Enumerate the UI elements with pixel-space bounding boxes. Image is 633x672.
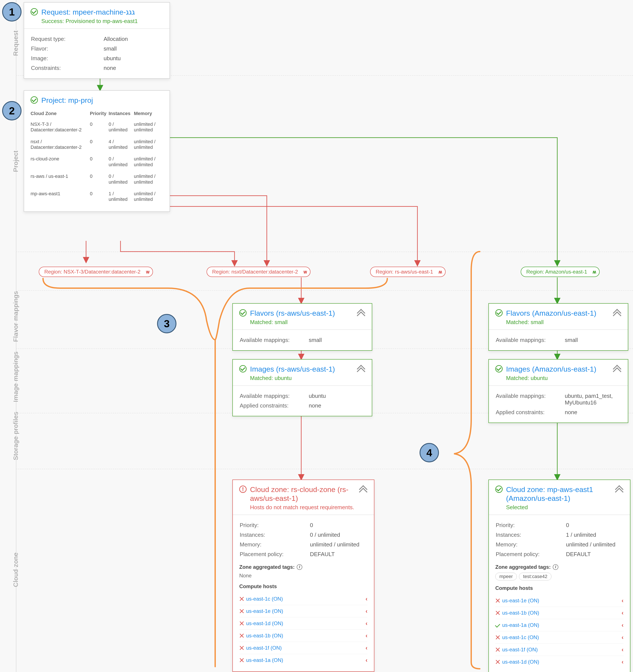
chevron-left-icon[interactable]: ‹ xyxy=(366,620,368,627)
table-row: nsxt / Datacenter:datacenter-204 / unlim… xyxy=(30,137,163,154)
flavors-left-title: Flavors (rs-aws/us-east-1) xyxy=(250,309,357,318)
host-name: us-east-1d (ON) xyxy=(246,620,283,626)
x-icon xyxy=(495,647,500,652)
compute-host-row[interactable]: us-east-1d (ON)‹ xyxy=(495,656,624,668)
label: Request type: xyxy=(31,34,103,44)
table-row: rs-aws / us-east-100 / unlimitedunlimite… xyxy=(30,171,163,189)
chevron-left-icon[interactable]: ‹ xyxy=(622,658,624,665)
error-icon xyxy=(239,485,247,493)
cz-right-sub: Selected xyxy=(506,504,615,511)
host-name: us-east-1a (ON) xyxy=(246,657,283,663)
compute-host-row[interactable]: us-east-1c (ON)‹ xyxy=(239,593,368,605)
x-icon xyxy=(239,621,244,626)
region-label: Region: rs-aws/us-east-1 xyxy=(376,269,433,274)
images-left-title: Images (rs-aws/us-east-1) xyxy=(250,365,357,374)
flavors-right-matched: Matched: small xyxy=(506,319,613,326)
chevron-left-icon[interactable]: ‹ xyxy=(622,646,624,653)
label: Memory: xyxy=(240,540,310,549)
chevron-left-icon[interactable]: ‹ xyxy=(366,645,368,651)
images-left-card: Images (rs-aws/us-east-1) Matched: ubunt… xyxy=(232,359,372,416)
success-icon xyxy=(495,309,502,316)
chevron-left-icon[interactable]: ‹ xyxy=(366,657,368,664)
compute-host-row[interactable]: us-east-1b (ON)‹ xyxy=(495,607,624,619)
host-name: us-east-1e (ON) xyxy=(246,608,283,614)
success-icon xyxy=(239,309,247,316)
chevron-left-icon[interactable]: ‹ xyxy=(366,596,368,602)
value: unlimited / unlimited xyxy=(310,540,367,549)
cz-right-title: Cloud zone: mp-aws-east1 (Amazon/us-east… xyxy=(506,485,615,503)
chevron-down-icon xyxy=(303,269,306,275)
chevron-left-icon[interactable]: ‹ xyxy=(622,609,624,616)
collapse-icon[interactable] xyxy=(613,365,622,373)
compute-host-row[interactable]: us-east-1d (ON)‹ xyxy=(239,617,368,629)
success-icon xyxy=(239,365,247,373)
label: Available mappings: xyxy=(240,335,308,345)
flavors-left-card: Flavors (rs-aws/us-east-1) Matched: smal… xyxy=(232,303,372,351)
label: Instances: xyxy=(240,530,310,539)
label: Applied constraints: xyxy=(496,408,564,417)
x-icon xyxy=(239,597,244,601)
region-pill-2[interactable]: Region: nsxt/Datacenter:datacenter-2 xyxy=(207,267,310,277)
chevron-up-icon xyxy=(438,269,441,275)
region-pill-3[interactable]: Region: rs-aws/us-east-1 xyxy=(370,267,446,277)
host-name: us-east-1f (ON) xyxy=(246,645,282,651)
info-icon[interactable]: i xyxy=(553,564,558,570)
collapse-icon[interactable] xyxy=(359,485,368,494)
value: 0 xyxy=(310,521,367,530)
flavors-right-title: Flavors (Amazon/us-east-1) xyxy=(506,309,613,318)
value: none xyxy=(565,408,621,417)
cloudzone-right-card: Cloud zone: mp-aws-east1 (Amazon/us-east… xyxy=(488,480,630,672)
label: Memory: xyxy=(496,540,566,549)
compute-host-row[interactable]: us-east-1e (ON)‹ xyxy=(495,595,624,607)
callout-2: 2 xyxy=(2,101,22,120)
request-title: Request: mpeer-machine-גגג xyxy=(41,8,163,17)
chevron-left-icon[interactable]: ‹ xyxy=(366,632,368,639)
x-icon xyxy=(495,659,500,664)
collapse-icon[interactable] xyxy=(357,365,365,373)
chevron-left-icon[interactable]: ‹ xyxy=(366,608,368,615)
value: small xyxy=(309,335,365,345)
label: Instances: xyxy=(496,530,566,539)
collapse-icon[interactable] xyxy=(615,485,624,494)
tags-none: None xyxy=(239,573,368,579)
compute-host-row[interactable]: us-east-1c (ON)‹ xyxy=(495,631,624,643)
label: Placement policy: xyxy=(496,550,566,559)
compute-host-row[interactable]: us-east-1a (ON)‹ xyxy=(495,619,624,631)
chevron-left-icon[interactable]: ‹ xyxy=(622,622,624,628)
value: Allocation xyxy=(104,34,163,44)
value: small xyxy=(565,335,621,345)
compute-host-row[interactable]: us-east-1b (ON)‹ xyxy=(239,629,368,642)
value: 1 / unlimited xyxy=(566,530,623,539)
compute-host-row[interactable]: us-east-1e (ON)‹ xyxy=(239,605,368,617)
check-icon xyxy=(495,623,500,627)
host-name: us-east-1c (ON) xyxy=(502,634,539,640)
tag-chip: mpeer xyxy=(495,573,517,580)
images-right-matched: Matched: ubuntu xyxy=(506,375,613,382)
x-icon xyxy=(239,646,244,650)
collapse-icon[interactable] xyxy=(357,309,365,317)
images-right-card: Images (Amazon/us-east-1) Matched: ubunt… xyxy=(488,359,628,423)
col-header: Cloud Zone xyxy=(30,109,90,119)
compute-host-row[interactable]: us-east-1a (ON)‹ xyxy=(239,654,368,666)
chevron-left-icon[interactable]: ‹ xyxy=(622,597,624,604)
success-icon xyxy=(30,96,38,104)
host-name: us-east-1f (ON) xyxy=(502,647,538,653)
compute-host-row[interactable]: us-east-1f (ON)‹ xyxy=(239,642,368,654)
region-pill-4[interactable]: Region: Amazon/us-east-1 xyxy=(521,267,600,277)
host-name: us-east-1b (ON) xyxy=(502,610,539,616)
region-pill-1[interactable]: Region: NSX-T-3/Datacenter:datacenter-2 xyxy=(39,267,153,277)
label: Applied constraints: xyxy=(240,401,308,410)
host-name: us-east-1c (ON) xyxy=(246,596,283,602)
collapse-icon[interactable] xyxy=(613,309,622,317)
chevron-left-icon[interactable]: ‹ xyxy=(622,634,624,641)
info-icon[interactable]: i xyxy=(297,564,302,570)
chevron-down-icon xyxy=(145,269,149,275)
label: Available mappings: xyxy=(496,335,564,345)
table-row: rs-cloud-zone00 / unlimitedunlimited / u… xyxy=(30,154,163,171)
request-table: Request type:AllocationFlavor:smallImage… xyxy=(30,34,163,73)
project-card: Project: mp-proj Cloud ZonePriorityInsta… xyxy=(24,90,170,212)
compute-host-row[interactable]: us-east-1f (ON)‹ xyxy=(495,643,624,656)
callout-4: 4 xyxy=(420,443,439,462)
flavors-left-matched: Matched: small xyxy=(250,319,357,326)
cz-left-sub: Hosts do not match request requirements. xyxy=(250,504,359,511)
